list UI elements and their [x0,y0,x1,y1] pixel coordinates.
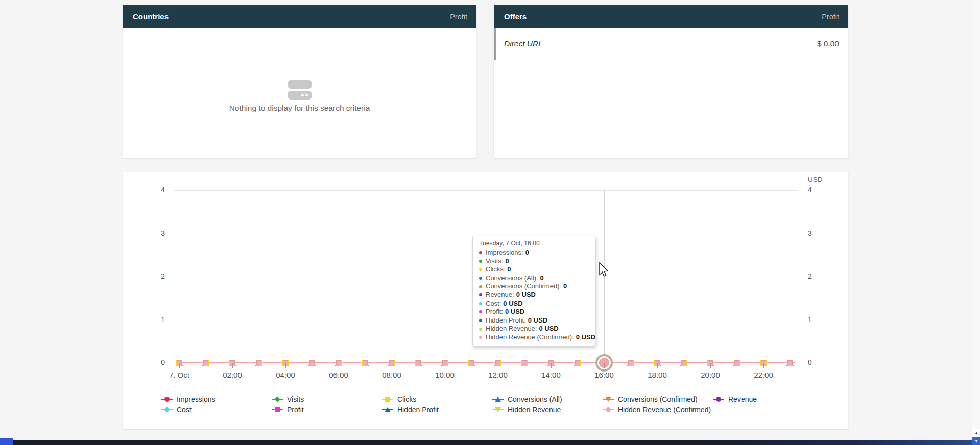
legend-item-label: Hidden Revenue [508,406,561,414]
offer-name[interactable]: Direct URL [504,39,543,48]
tooltip-item-label: Profit: [486,308,503,316]
y-axis-unit-label: USD [808,176,828,183]
offer-row-accent-bar [494,28,496,60]
hovered-point-marker[interactable] [595,354,613,372]
legend-item[interactable]: Hidden Revenue (Confirmed) [603,406,711,414]
legend-item-label: Conversions (All) [508,395,562,403]
y-tick-label-right: 0 [808,358,826,366]
tooltip-series-bullet [479,328,482,331]
gridline [174,190,798,191]
x-axis-tick [392,363,392,368]
series-marker [627,359,635,367]
tooltip-series-bullet [479,251,482,254]
legend-item[interactable]: Cost [161,406,192,414]
legend-item-label: Hidden Revenue (Confirmed) [618,406,711,414]
countries-panel-title: Countries [133,12,169,21]
legend-item[interactable]: Conversions (Confirmed) [603,395,698,403]
x-axis-tick [763,363,764,368]
legend-marker-circle [603,406,614,414]
mouse-cursor [599,262,610,280]
tooltip-item: Hidden Profit:0 USD [479,316,589,325]
legend-item[interactable]: Hidden Profit [382,406,439,414]
x-axis-tick [604,363,605,368]
legend-item-label: Impressions [177,395,215,403]
tooltip-series-bullet [479,277,482,280]
gridline [174,234,798,234]
tooltip-item-label: Hidden Revenue (Confirmed): [486,333,574,342]
tooltip-item: Hidden Revenue (Confirmed):0 USD [479,333,589,342]
legend-marker-diamond [161,406,173,414]
legend-item-label: Clicks [397,395,416,403]
tooltip-series-bullet [479,319,482,322]
x-tick-label: 12:00 [477,370,518,379]
countries-metric-label[interactable]: Profit [450,13,467,21]
x-tick-label: 02:00 [212,370,253,379]
scrollbar-up-button[interactable]: ▲ [972,429,980,437]
tooltip-item: Visits:0 [479,257,589,266]
vertical-scrollbar[interactable]: ▲ ▼ [972,0,980,445]
offer-row-direct-url[interactable]: Direct URL $ 0.00 [494,28,848,60]
tooltip-item-label: Conversions (All): [486,274,538,283]
series-marker [520,359,529,367]
x-tick-label: 14:00 [531,370,571,379]
countries-panel: Countries Profit Nothing to display for … [123,5,476,158]
tooltip-item-value: 0 [507,265,511,274]
series-marker [308,359,316,367]
tooltip-title: Tuesday, 7 Oct, 16:00 [479,240,589,247]
y-tick-label-left: 1 [143,315,165,324]
y-tick-label-left: 4 [143,186,165,194]
tooltip-item: Clicks:0 [479,265,589,274]
legend-item[interactable]: Clicks [382,395,416,403]
tooltip-item: Conversions (All):0 [479,274,589,283]
scrollbar-down-button[interactable]: ▼ [972,437,980,445]
legend-marker-circle [161,395,173,403]
tooltip-item-value: 0 USD [528,316,547,325]
tooltip-series-bullet [479,310,482,313]
legend-item-label: Profit [287,406,304,414]
traffic-chart-panel: USD 4433221100 7. Oct02:0004:0006:0008:0… [123,172,848,429]
legend-item[interactable]: Visits [272,395,304,403]
tooltip-item-label: Hidden Profit: [486,316,526,325]
tooltip-item-value: 0 USD [516,291,536,300]
offers-metric-label[interactable]: Profit [822,13,839,21]
series-marker [786,359,794,367]
tooltip-item-value: 0 USD [505,308,524,316]
y-tick-label-left: 2 [143,272,165,280]
series-marker [202,359,210,367]
tooltip-item-value: 0 [525,249,529,257]
legend-marker-square [272,406,283,414]
tooltip-series-bullet [479,260,482,263]
offer-profit-value: $ 0.00 [817,39,839,48]
x-axis-tick [285,363,286,368]
tooltip-item: Cost:0 USD [479,300,589,308]
x-tick-label: 7. Oct [159,370,200,379]
y-tick-label-left: 3 [143,229,165,237]
tooltip-item: Profit:0 USD [479,308,589,316]
empty-state-message: Nothing to display for this search crite… [123,104,476,113]
legend-marker-triangle-down [603,395,614,403]
legend-item[interactable]: Hidden Revenue [492,406,561,414]
tooltip-item-label: Clicks: [486,265,505,274]
x-tick-label: 10:00 [424,370,465,379]
x-tick-label: 06:00 [318,370,359,379]
legend-item[interactable]: Impressions [161,395,215,403]
no-data-icon [288,80,312,101]
tooltip-series-bullet [479,268,482,271]
legend-item[interactable]: Profit [272,406,304,414]
legend-item-label: Revenue [728,395,757,403]
x-axis-tick [339,363,339,368]
series-marker [573,359,582,367]
tooltip-series-bullet [479,285,482,288]
legend-marker-diamond [272,395,283,403]
legend-item[interactable]: Revenue [713,395,757,403]
tooltip-items: Impressions:0Visits:0Clicks:0Conversions… [479,249,589,342]
tooltip-item-value: 0 USD [503,300,522,308]
tooltip-item-value: 0 [540,274,544,283]
bottom-bar [0,440,972,445]
legend-item[interactable]: Conversions (All) [492,395,562,403]
tooltip-series-bullet [479,302,482,305]
legend-marker-square [382,395,393,403]
x-tick-label: 04:00 [265,370,306,379]
legend-item-label: Visits [287,395,304,403]
bottom-left-accent [0,438,13,445]
